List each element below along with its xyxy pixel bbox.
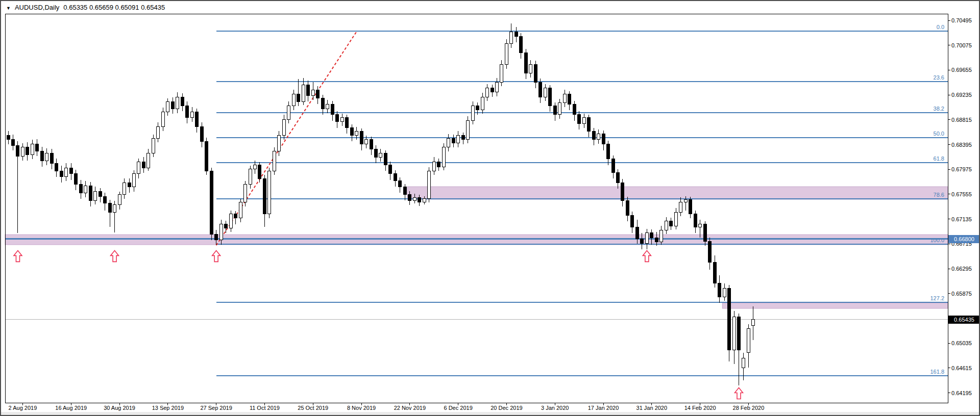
y-axis-label: 0.70075 (951, 42, 972, 49)
bear-candle-body (655, 238, 658, 242)
bear-candle-body (11, 140, 14, 146)
bear-candle-body (626, 200, 629, 215)
bull-candle-body (239, 202, 242, 218)
bull-candle-body (84, 186, 87, 193)
bear-candle-body (200, 126, 203, 141)
bull-candle-body (273, 151, 276, 171)
bull-candle-body (674, 212, 677, 226)
bear-candle-body (50, 153, 53, 163)
bear-candle-body (55, 163, 58, 171)
bear-candle-body (60, 171, 63, 177)
y-axis-label: 0.69235 (951, 91, 972, 98)
y-axis-label: 0.68395 (951, 141, 972, 148)
bear-candle-body (346, 118, 349, 128)
bear-candle-body (225, 224, 228, 228)
up-arrow-icon (643, 250, 651, 262)
bull-candle-body (355, 131, 358, 135)
x-axis-label: 25 Oct 2019 (290, 405, 336, 411)
bull-candle-body (161, 112, 164, 126)
bull-candle-body (582, 118, 585, 124)
bull-candle-body (529, 64, 532, 73)
bear-candle-body (708, 241, 712, 263)
bear-candle-body (524, 53, 527, 73)
bear-candle-body (374, 149, 377, 157)
up-arrow-icon (734, 387, 743, 399)
bull-candle-body (94, 192, 97, 200)
bear-candle-body (297, 94, 300, 101)
bear-candle-body (16, 145, 19, 156)
x-axis-label: 13 Sep 2019 (145, 405, 191, 411)
bear-candle-body (616, 173, 619, 183)
bull-candle-body (166, 101, 169, 112)
bear-candle-body (703, 224, 706, 242)
bull-candle-body (268, 171, 271, 214)
bull-candle-body (219, 224, 223, 240)
bear-candle-body (186, 106, 189, 118)
bear-candle-body (514, 32, 518, 37)
bear-candle-body (631, 215, 634, 227)
fib-level-label: 61.8 (934, 155, 944, 162)
bull-candle-body (253, 165, 256, 169)
bear-candle-body (670, 221, 673, 226)
bear-candle-body (215, 234, 218, 240)
bear-candle-body (171, 101, 174, 109)
bull-candle-body (481, 97, 484, 110)
bear-candle-body (452, 138, 455, 143)
bull-candle-body (665, 221, 668, 230)
bear-candle-body (36, 144, 39, 151)
fib-level-label: 127.2 (930, 295, 944, 302)
bull-candle-body (278, 136, 281, 151)
bull-candle-body (467, 121, 470, 140)
bear-candle-body (718, 283, 721, 297)
bull-candle-body (365, 140, 368, 144)
bull-candle-body (249, 169, 252, 185)
bear-candle-body (568, 94, 571, 104)
bull-candle-body (45, 153, 48, 161)
bull-candle-body (457, 136, 460, 143)
bull-candle-body (31, 144, 34, 155)
bear-candle-body (75, 174, 78, 185)
bear-candle-body (384, 153, 387, 165)
x-axis-label: 17 Jan 2020 (580, 405, 626, 411)
symbol-dropdown-icon[interactable]: ▼ (6, 6, 11, 11)
supply-demand-zone (407, 187, 948, 199)
x-axis-label: 16 Aug 2019 (48, 405, 94, 411)
bear-candle-body (321, 98, 324, 109)
bear-candle-body (549, 88, 552, 106)
x-axis-label: 14 Feb 2020 (677, 405, 723, 411)
bear-candle-body (389, 165, 392, 174)
y-axis-label: 0.67975 (951, 166, 972, 173)
bear-candle-body (360, 131, 363, 144)
bull-candle-body (123, 183, 126, 194)
trendline[interactable] (216, 32, 357, 245)
bull-candle-body (447, 138, 450, 147)
chart-plot-area[interactable] (1, 1, 980, 416)
up-arrow-icon (212, 250, 220, 262)
symbol-timeframe-label: AUDUSD,Daily (15, 4, 59, 11)
bull-candle-body (486, 88, 489, 97)
bull-candle-body (379, 153, 382, 157)
bull-candle-body (311, 90, 314, 96)
plot-border (5, 14, 948, 403)
bull-candle-body (152, 138, 155, 153)
chart-header: ▼AUDUSD,Daily0.65335 0.65659 0.65091 0.6… (6, 4, 165, 11)
y-axis-label: 0.68815 (951, 116, 972, 123)
bear-candle-body (607, 144, 610, 159)
bull-candle-body (563, 94, 566, 102)
bear-candle-body (370, 140, 373, 149)
x-axis-label: 11 Oct 2019 (241, 405, 287, 411)
bull-candle-body (500, 64, 503, 82)
bear-candle-body (573, 104, 576, 115)
x-axis-label: 28 Feb 2020 (725, 405, 771, 411)
bull-candle-body (176, 97, 179, 109)
bear-candle-body (578, 115, 581, 123)
bull-candle-body (471, 106, 474, 121)
bull-candle-body (244, 185, 247, 202)
bear-candle-body (89, 186, 92, 200)
bull-candle-body (413, 197, 416, 200)
fib-level-label: 50.0 (934, 131, 944, 137)
bull-candle-body (505, 44, 508, 65)
bear-candle-body (587, 118, 591, 132)
bull-candle-body (132, 174, 135, 187)
bear-candle-body (713, 263, 716, 283)
